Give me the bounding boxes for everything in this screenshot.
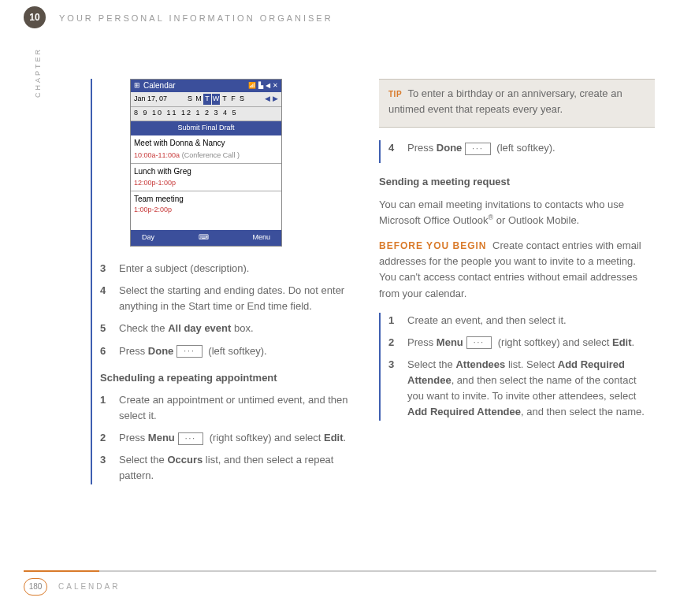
list-item: 1Create an event, and then select it.	[388, 313, 655, 328]
event-row: Meet with Donna & Nancy 10:00a-11:00a (C…	[131, 135, 281, 164]
tip-label: TIP	[388, 90, 402, 98]
hour-scale: 8 9 10 11 12 1 2 3 4 5	[131, 107, 281, 121]
page-footer: 180 CALENDAR	[24, 578, 120, 596]
body-text: You can email meeting invitations to con…	[379, 197, 655, 229]
list-item: 5Check the All day event box.	[100, 321, 359, 336]
footer-section-label: CALENDAR	[58, 581, 120, 593]
softkey-left: Day	[142, 232, 154, 243]
footer-rule	[24, 570, 656, 572]
event-row: Lunch with Greg 12:00p-1:00p	[131, 164, 281, 191]
softkey-icon: ···	[178, 432, 203, 445]
antenna-icon: ▙	[258, 81, 263, 91]
list-item: 2Press Menu··· (right softkey) and selec…	[100, 430, 359, 446]
calendar-device-screenshot: ⊞ Calendar 📶 ▙ ◀ ✕ Jan 17, 07 S M T	[130, 79, 282, 247]
tip-text: To enter a birthday or an anniversary, c…	[388, 87, 622, 115]
list-item: 4Select the starting and ending dates. D…	[100, 283, 359, 314]
tip-callout: TIP To enter a birthday or an anniversar…	[379, 79, 655, 128]
signal-icon: 📶	[248, 81, 256, 91]
page-number: 180	[24, 578, 47, 596]
volume-icon: ◀	[266, 81, 270, 91]
before-you-begin: BEFORE YOU BEGIN Create contact entries …	[379, 238, 655, 302]
list-item: 3Select the Occurs list, and then select…	[100, 452, 359, 484]
next-day-icon: ▶	[273, 94, 278, 105]
chapter-title: YOUR PERSONAL INFORMATION ORGANISER	[59, 12, 333, 25]
softkey-right: Menu	[252, 232, 270, 243]
all-day-banner: Submit Final Draft	[131, 121, 281, 135]
chapter-side-label: CHAPTER	[33, 47, 44, 98]
windows-flag-icon: ⊞	[134, 80, 140, 91]
close-icon: ✕	[273, 81, 278, 91]
section-heading: Scheduling a repeating appointment	[100, 370, 359, 386]
device-app-title: Calendar	[143, 80, 176, 92]
list-item: 3Select the Attendees list. Select Add R…	[388, 357, 655, 421]
day-of-week-strip: S M T W T F S	[186, 94, 246, 105]
list-item: 6Press Done··· (left softkey).	[100, 343, 359, 359]
section-heading: Sending a meeting request	[379, 174, 655, 190]
softkey-icon: ···	[465, 143, 490, 155]
keyboard-icon: ⌨	[199, 232, 209, 243]
softkey-icon: ···	[177, 345, 202, 358]
softkey-icon: ···	[466, 336, 492, 349]
event-row: Team meeting 1:00p-2:00p	[131, 191, 281, 230]
list-item: 1Create an appointment or untimed event,…	[100, 392, 359, 424]
prev-day-icon: ◀	[265, 94, 270, 105]
list-item: 4Press Done··· (left softkey).	[388, 140, 655, 156]
list-item: 3Enter a subject (description).	[100, 261, 359, 276]
chapter-number-badge: 10	[24, 6, 46, 28]
device-date: Jan 17, 07	[134, 94, 167, 105]
list-item: 2Press Menu··· (right softkey) and selec…	[388, 335, 655, 351]
